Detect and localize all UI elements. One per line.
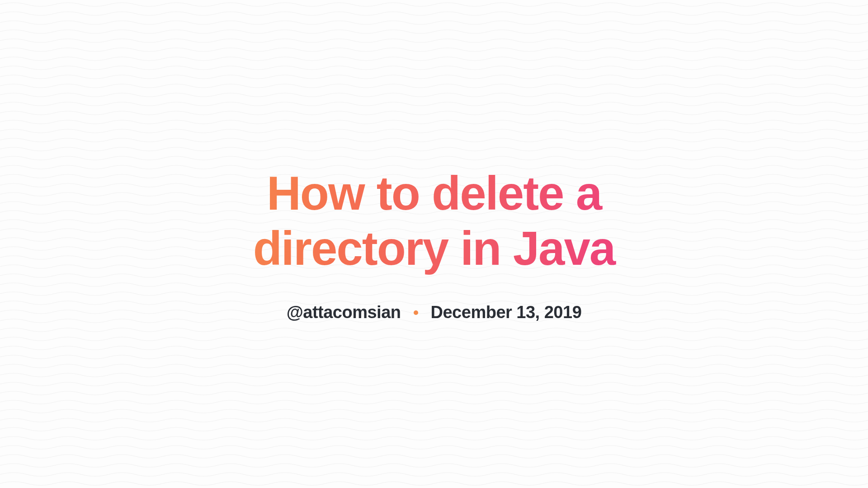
article-card: How to delete a directory in Java @attac…: [0, 0, 868, 488]
publish-date: December 13, 2019: [431, 303, 582, 322]
article-title: How to delete a directory in Java: [185, 166, 683, 276]
separator-dot-icon: [414, 310, 418, 315]
author-handle: @attacomsian: [287, 303, 401, 322]
article-meta-row: @attacomsian December 13, 2019: [287, 303, 582, 322]
